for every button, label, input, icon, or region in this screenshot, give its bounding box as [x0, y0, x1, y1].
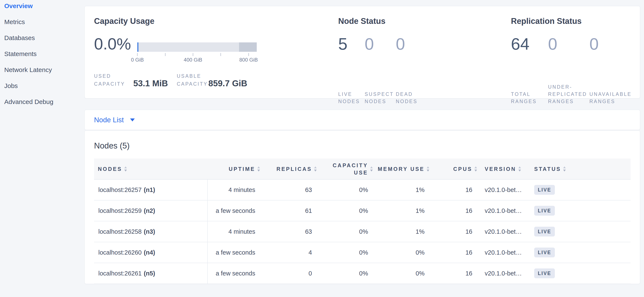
capacity-bar-track: [137, 42, 257, 52]
cell-uptime: a few seconds: [208, 207, 263, 214]
node-address[interactable]: localhost:26257: [98, 186, 142, 193]
node-address[interactable]: localhost:26259: [98, 207, 142, 214]
node-status-stats: 5LIVE NODES0SUSPECT NODES0DEAD NODES: [338, 34, 502, 105]
status-badge: LIVE: [534, 206, 555, 216]
node-address[interactable]: localhost:26258: [98, 228, 142, 235]
capacity-gauge: 0.0% 0 GiB400 GiB800 GiB: [94, 34, 329, 63]
sidebar-item-network-latency[interactable]: Network Latency: [4, 62, 79, 78]
cell-version: v20.1.0-bet…: [480, 186, 533, 193]
column-header-memory-use[interactable]: MEMORY USE: [376, 165, 432, 173]
cell-capacity-use: 0%: [320, 186, 376, 193]
sidebar-item-advanced-debug[interactable]: Advanced Debug: [4, 94, 79, 110]
stat-total-ranges: 64TOTAL RANGES: [511, 34, 548, 105]
column-header-version[interactable]: VERSION: [480, 165, 533, 173]
axis-tick-label: 400 GiB: [184, 57, 202, 63]
axis-tick-label: 0 GiB: [131, 57, 144, 63]
column-header-capacity-use[interactable]: CAPACITY USE: [320, 162, 376, 176]
table-row[interactable]: localhost:26258(n3)4 minutes630%1%16v20.…: [94, 221, 630, 242]
cell-version: v20.1.0-bet…: [480, 207, 533, 214]
axis-tick: [165, 53, 166, 56]
sort-arrows-icon: [314, 166, 317, 172]
cell-status: LIVE: [533, 269, 630, 278]
capacity-usage-title: Capacity Usage: [94, 16, 329, 26]
column-header-label: STATUS: [534, 165, 561, 173]
node-address[interactable]: localhost:26261: [98, 270, 142, 277]
node-status-title: Node Status: [338, 16, 502, 26]
sort-arrows-icon: [518, 166, 522, 172]
table-row[interactable]: localhost:26257(n1)4 minutes630%1%16v20.…: [94, 180, 630, 201]
cell-status: LIVE: [533, 206, 630, 216]
used-capacity-label: USED CAPACITY: [94, 72, 133, 88]
sort-arrows-icon: [563, 166, 566, 172]
column-header-label: VERSION: [485, 165, 516, 173]
column-header-label: UPTIME: [229, 165, 255, 173]
cell-cpus: 16: [432, 249, 480, 256]
stat-label: UNAVAILABLE RANGES: [590, 90, 632, 105]
sidebar-item-statements[interactable]: Statements: [4, 46, 79, 62]
node-id: (n1): [144, 186, 155, 193]
stat-label: UNDER- REPLICATED RANGES: [548, 83, 590, 105]
column-header-label: NODES: [98, 165, 122, 173]
column-header-cpus[interactable]: CPUS: [432, 165, 480, 173]
column-header-uptime[interactable]: UPTIME: [208, 165, 263, 173]
replication-status-stats: 64TOTAL RANGES0UNDER- REPLICATED RANGES0…: [511, 34, 640, 105]
stat-live-nodes: 5LIVE NODES: [338, 34, 365, 105]
cell-status: LIVE: [533, 185, 630, 195]
stat-value: 5: [338, 34, 365, 53]
column-header-nodes[interactable]: NODES: [94, 165, 208, 173]
cell-status: LIVE: [533, 227, 630, 237]
cell-capacity-use: 0%: [320, 207, 376, 214]
axis-tick-label: 800 GiB: [239, 57, 258, 63]
cell-capacity-use: 0%: [320, 249, 376, 256]
node-list-dropdown[interactable]: Node List: [84, 110, 640, 130]
cluster-summary-card: Capacity Usage 0.0% 0 GiB400 GiB800 GiB …: [84, 6, 640, 98]
main-content: Capacity Usage 0.0% 0 GiB400 GiB800 GiB …: [79, 0, 644, 297]
cell-uptime: a few seconds: [208, 249, 263, 256]
cell-uptime: 4 minutes: [208, 186, 263, 193]
nodes-table-card: Nodes (5) NODESUPTIMEREPLICASCAPACITY US…: [84, 130, 640, 284]
replication-status-title: Replication Status: [511, 16, 640, 26]
sidebar-item-overview[interactable]: Overview: [4, 0, 79, 14]
node-id: (n3): [144, 228, 155, 235]
sidebar-item-jobs[interactable]: Jobs: [4, 78, 79, 94]
capacity-bar: 0 GiB400 GiB800 GiB: [137, 42, 257, 63]
axis-tick: [193, 53, 193, 56]
capacity-percent: 0.0%: [94, 34, 131, 63]
node-list-dropdown-label: Node List: [94, 116, 124, 124]
sort-arrows-icon: [124, 166, 127, 172]
cell-memory-use: 1%: [376, 207, 432, 214]
used-capacity-value: 53.1 MiB: [133, 79, 170, 88]
cell-replicas: 4: [263, 249, 320, 256]
node-id: (n2): [144, 207, 155, 214]
status-badge: LIVE: [534, 185, 555, 195]
cell-version: v20.1.0-bet…: [480, 228, 533, 235]
column-header-label: REPLICAS: [276, 165, 312, 173]
stat-dead-nodes: 0DEAD NODES: [396, 34, 418, 105]
stat-label: TOTAL RANGES: [511, 90, 548, 105]
nodes-table-header: NODESUPTIMEREPLICASCAPACITY USEMEMORY US…: [94, 159, 630, 180]
cell-memory-use: 1%: [376, 228, 432, 235]
stat-under-replicated-ranges: 0UNDER- REPLICATED RANGES: [548, 34, 590, 105]
column-header-replicas[interactable]: REPLICAS: [263, 165, 320, 173]
capacity-usage-section: Capacity Usage 0.0% 0 GiB400 GiB800 GiB …: [85, 6, 329, 98]
column-header-label: CPUS: [453, 165, 472, 173]
sidebar-item-databases[interactable]: Databases: [4, 30, 79, 46]
status-badge: LIVE: [534, 227, 555, 237]
sidebar-item-metrics[interactable]: Metrics: [4, 14, 79, 30]
status-badge: LIVE: [534, 248, 555, 257]
cell-node-name: localhost:26260(n4): [94, 242, 208, 263]
table-row[interactable]: localhost:26260(n4)a few seconds40%0%16v…: [94, 242, 630, 263]
column-header-label: CAPACITY USE: [333, 162, 368, 176]
table-row[interactable]: localhost:26261(n5)a few seconds00%0%16v…: [94, 263, 630, 284]
stat-suspect-nodes: 0SUSPECT NODES: [365, 34, 396, 105]
cell-status: LIVE: [533, 248, 630, 257]
table-row[interactable]: localhost:26259(n2)a few seconds610%1%16…: [94, 201, 630, 221]
node-address[interactable]: localhost:26260: [98, 249, 142, 256]
cell-node-name: localhost:26258(n3): [94, 221, 208, 242]
axis-tick: [220, 53, 221, 56]
sidebar-nav: OverviewMetricsDatabasesStatementsNetwor…: [4, 0, 79, 110]
column-header-status[interactable]: STATUS: [533, 165, 630, 173]
nodes-table-title: Nodes (5): [94, 141, 630, 151]
capacity-axis-labels: 0 GiB400 GiB800 GiB: [137, 56, 257, 63]
cell-replicas: 0: [263, 270, 320, 277]
